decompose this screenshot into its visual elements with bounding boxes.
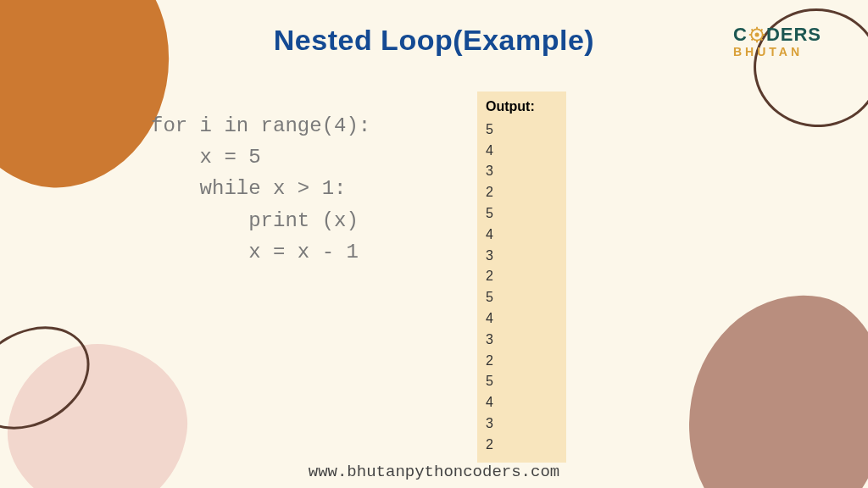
output-line: 2: [486, 182, 558, 203]
decor-ring-top-right: [748, 3, 868, 133]
output-line: 4: [486, 392, 558, 413]
gear-icon: [748, 26, 765, 43]
logo-text-post: DERS: [766, 25, 821, 44]
code-line: x = 5: [151, 146, 261, 169]
output-line: 5: [486, 119, 558, 141]
svg-line-8: [751, 39, 753, 41]
logo-text-pre: C: [733, 25, 748, 44]
code-line: for i in range(4):: [151, 114, 370, 137]
code-block: for i in range(4): x = 5 while x > 1: pr…: [151, 110, 370, 268]
svg-line-7: [761, 39, 763, 41]
logo-top-line: C DERS: [733, 25, 821, 44]
code-line: while x > 1:: [151, 177, 346, 200]
output-line: 4: [486, 225, 558, 246]
output-line: 2: [486, 266, 558, 287]
output-line: 3: [486, 246, 558, 267]
logo-bottom-line: BHUTAN: [733, 46, 821, 58]
svg-line-9: [761, 30, 763, 31]
output-line: 5: [486, 371, 558, 392]
code-line: print (x): [151, 209, 359, 232]
svg-line-6: [751, 30, 753, 31]
output-label: Output:: [486, 97, 558, 118]
svg-point-1: [754, 33, 759, 37]
output-line: 3: [486, 413, 558, 435]
output-line: 3: [486, 330, 558, 351]
output-box: Output: 5 4 3 2 5 4 3 2 5 4 3 2 5 4 3 2: [477, 92, 566, 463]
decor-blob-brown: [670, 278, 868, 488]
output-line: 5: [486, 287, 558, 308]
output-line: 2: [486, 351, 558, 372]
output-line: 2: [486, 435, 558, 456]
output-line: 5: [486, 203, 558, 225]
code-line: x = x - 1: [151, 241, 359, 263]
output-line: 4: [486, 141, 558, 162]
logo: C DERS BHUTAN: [733, 25, 821, 58]
output-line: 4: [486, 308, 558, 330]
output-line: 3: [486, 161, 558, 182]
footer-url: www.bhutanpythoncoders.com: [0, 463, 868, 481]
